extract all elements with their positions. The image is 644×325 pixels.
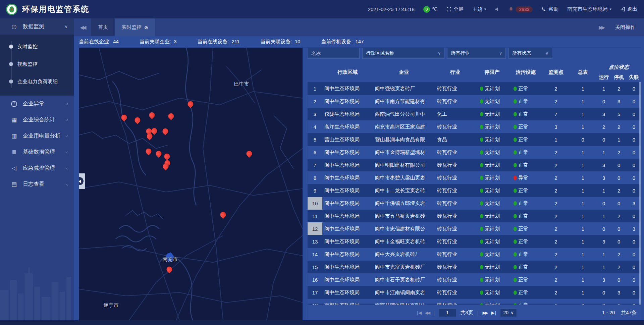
stat-item-2: 当前在线设备:211 bbox=[197, 39, 239, 45]
cell-industry: 食品 bbox=[435, 133, 475, 146]
cell-region: 阆中生态环境局 bbox=[322, 222, 373, 235]
table-row[interactable]: 4 高坪生态环境局 南充市高坪区王家店建 砖瓦行业 无计划 正常 3 1 2 2… bbox=[308, 120, 641, 133]
status-dot-green bbox=[514, 188, 517, 193]
table-row[interactable]: 6 阆中生态环境局 阆中市金博瑞新型墙材 砖瓦行业 无计划 正常 2 1 1 2… bbox=[308, 146, 641, 159]
chevron-left-icon: ‹ bbox=[66, 182, 68, 187]
status-dot-green bbox=[480, 188, 483, 193]
cell-industry: 砖瓦行业 bbox=[435, 159, 475, 171]
cell-company: 营山县润丰肉食品有限 bbox=[373, 133, 435, 146]
status-dot-green bbox=[480, 227, 483, 231]
first-page-icon[interactable]: ❘◀ bbox=[416, 310, 421, 315]
cell-running: 1 bbox=[596, 184, 611, 197]
page-number-input[interactable] bbox=[439, 308, 456, 317]
cell-facility: 正常 bbox=[509, 248, 542, 261]
mute-button[interactable] bbox=[495, 7, 500, 12]
sidebar-subitem-视频监控[interactable]: 视频监控 bbox=[0, 55, 74, 73]
cell-running: 1 bbox=[596, 82, 611, 95]
map-panel[interactable]: ◀ 巴中市南充市遂宁市 bbox=[79, 48, 303, 320]
sidebar-item-企业用电量分析[interactable]: ▥企业用电量分析‹ bbox=[0, 128, 74, 144]
stat-item-4: 当前停机设备:147 bbox=[321, 39, 364, 45]
page-size-select[interactable]: 20 ∨ bbox=[500, 308, 517, 317]
table-row[interactable]: 8 阆中生态环境局 阆中市枣碧大梁山页岩 砖瓦行业 无计划 异常 2 1 3 0… bbox=[308, 171, 641, 184]
table-row[interactable]: 5 营山生态环境局 营山县润丰肉食品有限 食品 无计划 正常 1 0 0 1 0 bbox=[308, 133, 641, 146]
table-scrollbar[interactable] bbox=[639, 82, 641, 305]
map-collapse-handle[interactable]: ◀ bbox=[79, 173, 85, 189]
sidebar-item-基础数据管理[interactable]: ≣基础数据管理‹ bbox=[0, 144, 74, 160]
sidebar-item-企业异常[interactable]: !企业异常‹ bbox=[0, 96, 74, 112]
status-dot-green bbox=[514, 252, 517, 257]
help-button[interactable]: 帮助 bbox=[541, 6, 558, 12]
next-page-icon[interactable]: ▶▶ bbox=[483, 310, 487, 315]
status-filter-select[interactable]: 所有状态 ∨ bbox=[508, 48, 552, 59]
sidebar-subitem-实时监控[interactable]: 实时监控 bbox=[0, 38, 74, 55]
cell-facility: 正常 bbox=[509, 222, 542, 235]
stat-label: 当前失联设备: bbox=[260, 39, 292, 45]
table-row[interactable]: 10 阆中生态环境局 阆中千佛镇五郎垭页岩 砖瓦行业 无计划 正常 2 1 0 … bbox=[308, 197, 641, 210]
sidebar-item-应急减排管理[interactable]: ◁应急减排管理‹ bbox=[0, 160, 74, 176]
prev-page-icon[interactable]: ◀◀ bbox=[425, 310, 429, 315]
table-row[interactable]: 11 阆中生态环境局 阆中市五马桥页岩机砖 砖瓦行业 无计划 正常 2 1 1 … bbox=[308, 210, 641, 222]
table-row[interactable]: 14 阆中生态环境局 阆中大兴页岩机砖厂 砖瓦行业 无计划 正常 2 1 1 2… bbox=[308, 248, 641, 261]
status-dot-green bbox=[480, 265, 483, 269]
table-row[interactable]: 2 阆中生态环境局 阆中市南方节能建材有 砖瓦行业 无计划 正常 2 1 0 3… bbox=[308, 95, 641, 108]
cell-region: 阆中生态环境局 bbox=[322, 184, 373, 197]
table-row[interactable]: 16 阆中生态环境局 阆中市石子页岩机砖厂 砖瓦行业 无计划 正常 2 1 3 … bbox=[308, 273, 641, 286]
tab-bar: ◀◀ 首页 实时监控 ⊗ ▶▶ 关闭操作 bbox=[74, 18, 644, 36]
region-filter-select[interactable]: 行政区域名称 ∨ bbox=[362, 48, 444, 59]
cell-points: 7 bbox=[542, 108, 569, 120]
cell-points: 2 bbox=[542, 197, 569, 210]
cell-region: 阆中生态环境局 bbox=[322, 286, 373, 299]
cell-facility: 正常 bbox=[509, 184, 542, 197]
cell-points: 3 bbox=[542, 120, 569, 133]
table-row[interactable]: 7 阆中生态环境局 阆中明阳建材有限公司 砖瓦行业 无计划 正常 2 1 3 0… bbox=[308, 159, 641, 171]
logout-button[interactable]: 退出 bbox=[620, 6, 637, 12]
chevron-left-icon: ‹ bbox=[66, 150, 68, 155]
industry-filter-select[interactable]: 所有行业 ∨ bbox=[447, 48, 506, 59]
table-row[interactable]: 9 阆中生态环境局 阆中市二龙长宝页岩砖 砖瓦行业 无计划 正常 2 1 1 2… bbox=[308, 184, 641, 197]
sidebar-item-数据监测[interactable]: ◷数据监测∨ bbox=[0, 18, 74, 35]
cell-stopped: 5 bbox=[611, 108, 627, 120]
table-row[interactable]: 12 阆中生态环境局 阆中市忠信建材有限公 砖瓦行业 无计划 正常 2 1 0 … bbox=[308, 222, 641, 235]
table-row[interactable]: 17 阆中生态环境局 阆中市江南镇阆南页岩 砖瓦行业 无计划 正常 2 1 0 … bbox=[308, 286, 641, 299]
cell-meter: 1 bbox=[570, 171, 596, 184]
cell-company: 阆中市忠信建材有限公 bbox=[373, 222, 435, 235]
chevron-down-icon: ∨ bbox=[438, 51, 441, 56]
table-row[interactable]: 1 阆中生态环境局 阆中强锐页岩砖厂 砖瓦行业 无计划 正常 2 1 1 2 0 bbox=[308, 82, 641, 95]
status-dot-green bbox=[514, 201, 517, 206]
cell-region: 高坪生态环境局 bbox=[322, 120, 373, 133]
close-icon[interactable]: ⊗ bbox=[144, 25, 148, 30]
cell-company: 西南油气田分公司川中 bbox=[373, 108, 435, 120]
layers-icon: ≣ bbox=[10, 149, 18, 156]
close-operations-button[interactable]: 关闭操作 bbox=[615, 24, 635, 31]
tab-home[interactable]: 首页 bbox=[91, 18, 115, 36]
last-page-icon[interactable]: ▶❘ bbox=[491, 310, 496, 315]
sidebar-subitem-企业电力负荷明细[interactable]: 企业电力负荷明细 bbox=[0, 73, 74, 90]
chevron-down-icon: ∨ bbox=[545, 51, 548, 56]
status-dot-green bbox=[480, 112, 483, 116]
tabs-scroll-right-icon[interactable]: ▶▶ bbox=[599, 24, 604, 31]
name-filter-input[interactable] bbox=[308, 48, 360, 59]
status-dot-green bbox=[514, 163, 517, 167]
tab-realtime-monitor[interactable]: 实时监控 ⊗ bbox=[115, 18, 155, 36]
table-row[interactable]: 13 阆中生态环境局 阆中市金福旺页岩机砖 砖瓦行业 无计划 正常 2 1 3 … bbox=[308, 235, 641, 248]
status-dot-green bbox=[514, 138, 517, 142]
sidebar-item-日志查看[interactable]: ▤日志查看‹ bbox=[0, 176, 74, 192]
status-dot-green bbox=[480, 252, 483, 257]
theme-dropdown[interactable]: 主题 ▾ bbox=[472, 6, 486, 12]
cell-meter: 1 bbox=[570, 222, 596, 235]
city-skyline-decoration bbox=[0, 250, 74, 320]
col-meter: 总表 bbox=[570, 62, 596, 82]
fullscreen-button[interactable]: 全屏 bbox=[446, 6, 464, 12]
sidebar-item-企业综合统计[interactable]: ▦企业综合统计‹ bbox=[0, 112, 74, 128]
table-row[interactable]: 3 仪陇生态环境局 西南油气田分公司川中 化工 无计划 正常 7 1 3 5 0 bbox=[308, 108, 641, 120]
cell-stopped: 0 bbox=[611, 197, 627, 210]
tabs-scroll-left-icon[interactable]: ◀◀ bbox=[74, 18, 91, 36]
table-row[interactable]: 15 阆中生态环境局 阆中市光富页岩机砖厂 砖瓦行业 无计划 正常 2 1 1 … bbox=[308, 261, 641, 273]
megaphone-icon: ◁ bbox=[10, 165, 18, 172]
cell-meter: 1 bbox=[570, 261, 596, 273]
cell-company: 阆中市南方节能建材有 bbox=[373, 95, 435, 108]
col-region: 行政区域 bbox=[322, 62, 373, 82]
notifications[interactable]: 2632 bbox=[508, 6, 533, 12]
org-dropdown[interactable]: 南充市生态环境局 ▾ bbox=[567, 6, 611, 12]
cell-running: 0 bbox=[596, 197, 611, 210]
